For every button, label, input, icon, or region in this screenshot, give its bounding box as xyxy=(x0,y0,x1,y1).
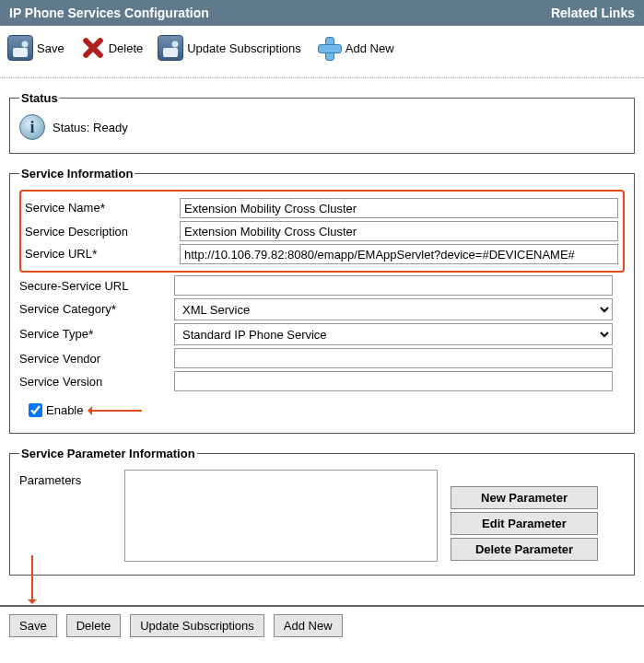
annotation-arrow-enable xyxy=(88,410,142,412)
status-text: Status: Ready xyxy=(53,121,128,134)
service-url-label: Service URL* xyxy=(25,247,180,262)
enable-checkbox[interactable] xyxy=(29,403,42,417)
add-new-button-bottom[interactable]: Add New xyxy=(274,614,343,637)
secure-url-input[interactable] xyxy=(174,275,613,296)
service-info-legend: Service Information xyxy=(19,167,135,180)
service-desc-input[interactable] xyxy=(180,221,618,241)
service-vendor-label: Service Vendor xyxy=(19,352,174,366)
delete-parameter-button[interactable]: Delete Parameter xyxy=(451,538,598,561)
update-subscriptions-button-bottom[interactable]: Update Subscriptions xyxy=(130,614,264,637)
bottom-button-row: Save Delete Update Subscriptions Add New xyxy=(0,605,644,645)
service-version-label: Service Version xyxy=(19,375,174,389)
service-version-input[interactable] xyxy=(174,371,613,391)
toolbar: Save Delete Update Subscriptions Add New xyxy=(0,26,644,78)
service-category-label: Service Category* xyxy=(19,302,174,317)
info-icon: i xyxy=(19,114,45,140)
service-parameter-fieldset: Service Parameter Information Parameters… xyxy=(9,447,635,576)
annotation-arrow-save xyxy=(31,555,33,603)
parameters-listbox[interactable] xyxy=(124,470,438,562)
service-name-input[interactable] xyxy=(180,198,618,218)
enable-label: Enable xyxy=(46,403,83,417)
delete-icon xyxy=(79,35,105,61)
save-button-bottom[interactable]: Save xyxy=(9,614,57,637)
save-icon xyxy=(7,35,33,61)
new-parameter-button[interactable]: New Parameter xyxy=(451,486,598,509)
service-vendor-input[interactable] xyxy=(174,348,613,368)
update-subscriptions-button[interactable]: Update Subscriptions xyxy=(158,35,301,61)
delete-button-bottom[interactable]: Delete xyxy=(66,614,122,637)
save-label: Save xyxy=(37,41,64,55)
highlighted-fields: Service Name* Service Description Servic… xyxy=(19,190,625,273)
edit-parameter-button[interactable]: Edit Parameter xyxy=(451,512,598,535)
add-label: Add New xyxy=(345,41,394,55)
secure-url-label: Secure-Service URL xyxy=(19,279,174,293)
related-links[interactable]: Related Links xyxy=(551,6,635,20)
header-bar: IP Phone Services Configuration Related … xyxy=(0,0,644,26)
update-label: Update Subscriptions xyxy=(187,41,301,55)
update-icon xyxy=(158,35,183,61)
service-type-select[interactable]: Standard IP Phone Service xyxy=(174,323,613,345)
parameters-label: Parameters xyxy=(19,470,111,487)
service-url-input[interactable] xyxy=(180,244,618,264)
add-new-button[interactable]: Add New xyxy=(316,35,394,61)
service-desc-label: Service Description xyxy=(25,225,180,238)
service-name-label: Service Name* xyxy=(25,201,180,215)
service-information-fieldset: Service Information Service Name* Servic… xyxy=(9,167,635,434)
param-legend: Service Parameter Information xyxy=(19,447,197,460)
service-category-select[interactable]: XML Service xyxy=(174,298,613,320)
status-fieldset: Status i Status: Ready xyxy=(9,91,635,154)
plus-icon xyxy=(316,35,342,61)
delete-button[interactable]: Delete xyxy=(79,35,144,61)
status-legend: Status xyxy=(19,91,60,105)
save-button[interactable]: Save xyxy=(7,35,64,61)
delete-label: Delete xyxy=(109,41,144,55)
page-title: IP Phone Services Configuration xyxy=(9,6,209,20)
service-type-label: Service Type* xyxy=(19,327,174,342)
